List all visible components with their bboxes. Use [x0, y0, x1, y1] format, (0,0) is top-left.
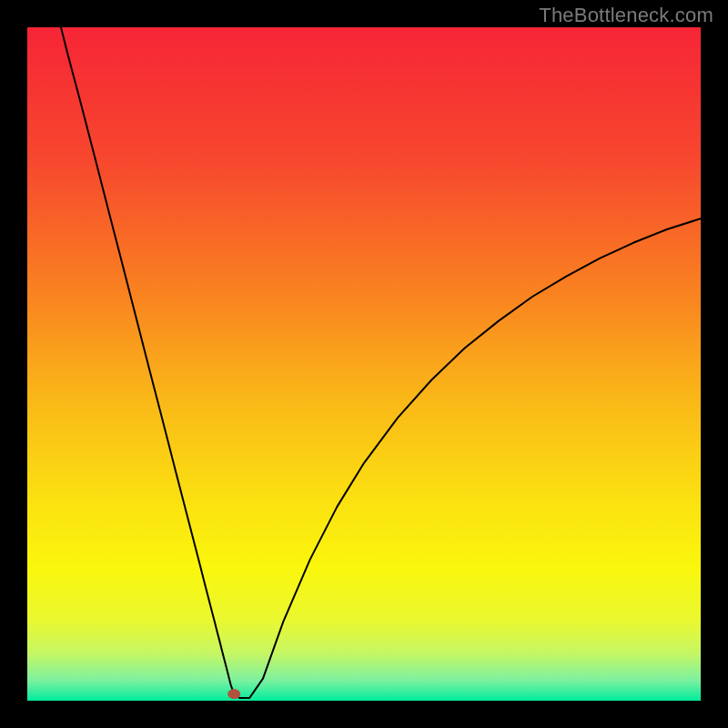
marker-dot [228, 689, 240, 699]
chart-container: TheBottleneck.com [0, 0, 728, 728]
background-gradient [27, 27, 701, 701]
plot-area [27, 27, 701, 701]
chart-svg [27, 27, 701, 701]
watermark-text: TheBottleneck.com [539, 4, 713, 27]
